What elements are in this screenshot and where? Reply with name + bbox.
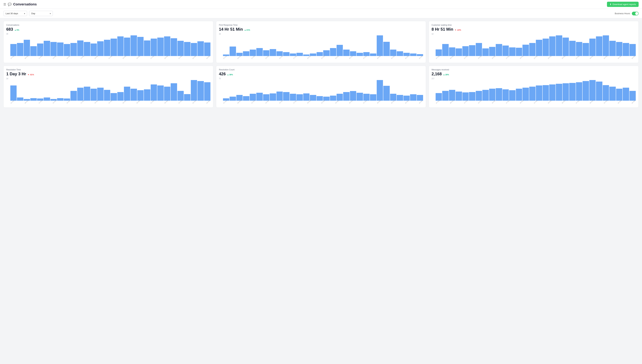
bar bbox=[283, 52, 289, 56]
bar bbox=[137, 90, 144, 101]
arrow-up-icon: ▲ bbox=[443, 74, 445, 76]
bar bbox=[77, 88, 84, 101]
y-axis-label: 75 bbox=[219, 78, 221, 80]
x-axis: 07-Aug09-Aug11-Aug13-Aug15-Aug17-Aug19-A… bbox=[223, 58, 423, 60]
date-range-select-wrapper: Last 30 days ▼ bbox=[4, 11, 27, 16]
bar bbox=[522, 45, 529, 56]
menu-icon[interactable]: ☰ bbox=[4, 2, 6, 6]
bar bbox=[623, 88, 629, 101]
download-button[interactable]: ⬇ Download agent reports bbox=[607, 2, 638, 7]
header-left: ☰ 💬 Conversations bbox=[4, 2, 37, 6]
bar bbox=[17, 43, 23, 56]
x-axis: 07-Aug09-Aug11-Aug13-Aug15-Aug17-Aug19-A… bbox=[436, 58, 636, 60]
bar bbox=[462, 92, 469, 101]
business-hours-label: Business Hours bbox=[615, 12, 630, 15]
bar bbox=[171, 83, 177, 101]
card-1: First Response Time 14 Hr 51 Min ▲ 21% 2… bbox=[216, 21, 426, 63]
bar bbox=[417, 95, 423, 101]
bar bbox=[383, 42, 390, 56]
bar bbox=[157, 38, 164, 56]
arrow-down-icon: ▼ bbox=[28, 74, 29, 76]
bar bbox=[603, 85, 609, 101]
bar bbox=[509, 48, 515, 56]
card-value-row: 1 Day 3 Hr ▼ -81% bbox=[6, 72, 210, 76]
arrow-up-icon: ▲ bbox=[227, 74, 229, 76]
bar bbox=[317, 52, 323, 56]
bar bbox=[476, 91, 482, 101]
bar bbox=[589, 38, 596, 56]
bar bbox=[549, 36, 555, 56]
bars-container bbox=[223, 35, 423, 56]
card-value-row: 2,168 ▲ 28% bbox=[432, 72, 636, 76]
bar bbox=[51, 42, 57, 56]
card-value: 426 bbox=[219, 72, 226, 76]
bar bbox=[390, 94, 396, 101]
chart-area: 39 07-Aug09-Aug11-Aug13-Aug15-Aug17-Aug1… bbox=[6, 33, 210, 60]
bar bbox=[57, 42, 63, 56]
bar bbox=[609, 41, 615, 56]
bar bbox=[469, 92, 475, 101]
bar bbox=[243, 51, 249, 56]
bar bbox=[177, 41, 184, 56]
bar bbox=[377, 80, 383, 101]
bars-container bbox=[10, 80, 210, 101]
card-title: First Response Time bbox=[219, 24, 423, 26]
bar bbox=[263, 94, 269, 101]
bar bbox=[442, 91, 448, 101]
bar bbox=[71, 91, 77, 101]
y-axis-label: 1d bbox=[432, 33, 433, 35]
bar bbox=[164, 36, 170, 56]
bar bbox=[502, 46, 509, 56]
y-axis-label: 2d bbox=[6, 78, 8, 80]
bar bbox=[84, 42, 90, 56]
bar bbox=[596, 36, 602, 56]
bar bbox=[250, 50, 256, 56]
bar bbox=[436, 93, 442, 101]
bar bbox=[502, 89, 509, 101]
bar bbox=[256, 93, 263, 101]
bar bbox=[350, 51, 356, 56]
bar bbox=[436, 50, 442, 56]
bar bbox=[603, 35, 609, 56]
bar bbox=[84, 87, 90, 101]
bar bbox=[71, 43, 77, 56]
bar bbox=[543, 85, 549, 101]
bar bbox=[117, 36, 124, 56]
bar bbox=[390, 50, 396, 56]
bar bbox=[97, 41, 104, 56]
bar bbox=[337, 45, 343, 56]
bar bbox=[171, 38, 177, 56]
bar bbox=[403, 96, 410, 101]
bar bbox=[576, 42, 582, 56]
bar bbox=[563, 83, 569, 101]
business-hours-toggle[interactable] bbox=[632, 12, 638, 16]
bar bbox=[469, 45, 475, 56]
bar bbox=[563, 38, 569, 56]
bar bbox=[549, 84, 555, 101]
bar bbox=[243, 96, 249, 101]
card-title: Customer waiting time bbox=[432, 24, 636, 26]
bar bbox=[442, 44, 448, 56]
bar bbox=[131, 35, 137, 56]
toolbar-filters: Last 30 days ▼ Day ▼ bbox=[4, 11, 53, 16]
bar bbox=[270, 49, 276, 56]
chart-area: 2d 07-Aug09-Aug11-Aug13-Aug15-Aug17-Aug1… bbox=[6, 78, 210, 105]
bar bbox=[556, 84, 562, 101]
chart-area: 2d 07-Aug09-Aug11-Aug13-Aug15-Aug17-Aug1… bbox=[219, 33, 423, 60]
chart-area: 75 07-Aug09-Aug11-Aug13-Aug15-Aug17-Aug1… bbox=[219, 78, 423, 105]
granularity-select[interactable]: Day bbox=[29, 11, 53, 16]
bar bbox=[230, 97, 236, 101]
bar bbox=[104, 40, 110, 56]
date-range-select[interactable]: Last 30 days bbox=[4, 11, 27, 16]
bar bbox=[44, 98, 50, 101]
bar bbox=[522, 88, 529, 101]
bar bbox=[124, 38, 130, 56]
y-axis-label: 39 bbox=[6, 33, 8, 35]
arrow-down-icon: ▼ bbox=[455, 29, 456, 31]
bar bbox=[449, 90, 455, 101]
y-axis-label: 2d bbox=[219, 33, 221, 35]
bar bbox=[111, 93, 117, 101]
bar bbox=[576, 82, 582, 101]
card-0: Conversations 683 ▲ 6% 39 07-Aug09-Aug11… bbox=[4, 21, 213, 63]
bar bbox=[191, 43, 197, 56]
